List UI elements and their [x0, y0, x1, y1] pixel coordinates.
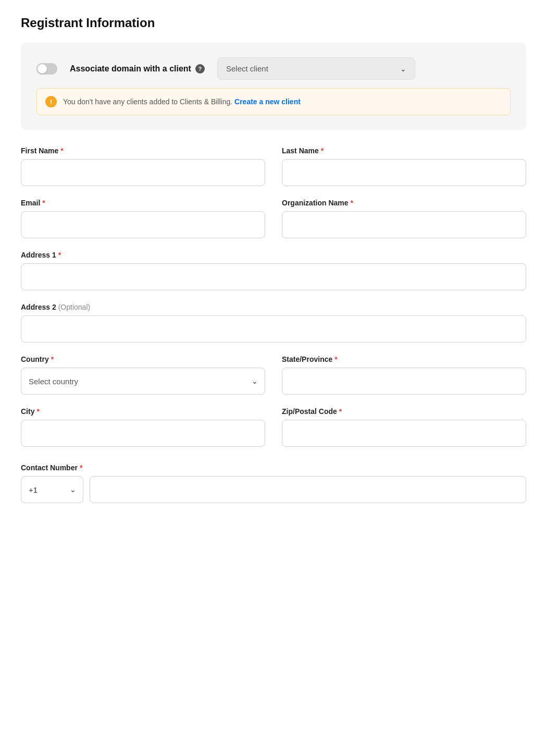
city-required: *	[36, 407, 39, 416]
help-icon[interactable]: ?	[195, 64, 205, 74]
select-client-placeholder: Select client	[226, 64, 268, 73]
phone-prefix-select[interactable]: +1 +44 +61 +91	[21, 476, 83, 503]
country-select[interactable]: Select country United States Canada Unit…	[21, 368, 265, 395]
select-client-dropdown[interactable]: Select client ⌄	[217, 57, 415, 80]
address2-optional: (Optional)	[58, 303, 90, 311]
email-label: Email *	[21, 199, 265, 207]
email-required: *	[42, 199, 45, 207]
state-required: *	[334, 355, 337, 363]
first-name-group: First Name *	[21, 147, 265, 186]
zip-label: Zip/Postal Code *	[282, 407, 526, 416]
contact-required: *	[80, 464, 82, 472]
chevron-down-icon: ⌄	[400, 65, 406, 73]
contact-number-row: +1 +44 +61 +91 ⌄	[21, 476, 526, 503]
address2-group: Address 2 (Optional)	[21, 303, 526, 343]
country-select-wrapper: Select country United States Canada Unit…	[21, 368, 265, 395]
warning-text: You don't have any clients added to Clie…	[63, 97, 301, 106]
contact-number-label: Contact Number *	[21, 464, 526, 472]
zip-required: *	[339, 407, 342, 416]
org-name-label: Organization Name *	[282, 199, 526, 207]
address2-label: Address 2 (Optional)	[21, 303, 526, 311]
phone-number-input[interactable]	[90, 476, 526, 503]
phone-prefix-wrapper: +1 +44 +61 +91 ⌄	[21, 476, 83, 503]
first-name-required: *	[60, 147, 63, 155]
city-group: City *	[21, 407, 265, 447]
last-name-required: *	[321, 147, 324, 155]
last-name-group: Last Name *	[282, 147, 526, 186]
address1-input[interactable]	[21, 263, 526, 290]
associate-label: Associate domain with a client ?	[70, 64, 205, 74]
contact-number-group: Contact Number * +1 +44 +61 +91 ⌄	[21, 464, 526, 503]
associate-domain-section: Associate domain with a client ? Select …	[21, 43, 526, 130]
email-input[interactable]	[21, 211, 265, 238]
org-name-group: Organization Name *	[282, 199, 526, 238]
address1-label: Address 1 *	[21, 251, 526, 259]
email-group: Email *	[21, 199, 265, 238]
state-group: State/Province *	[282, 355, 526, 395]
state-label: State/Province *	[282, 355, 526, 363]
country-required: *	[51, 355, 54, 363]
zip-input[interactable]	[282, 420, 526, 447]
last-name-input[interactable]	[282, 159, 526, 186]
country-label: Country *	[21, 355, 265, 363]
first-name-input[interactable]	[21, 159, 265, 186]
page-title: Registrant Information	[21, 16, 526, 30]
city-label: City *	[21, 407, 265, 416]
registration-form: First Name * Last Name * Email * Organiz…	[21, 147, 526, 503]
state-input[interactable]	[282, 368, 526, 395]
address1-required: *	[58, 251, 61, 259]
first-name-label: First Name *	[21, 147, 265, 155]
address2-input[interactable]	[21, 315, 526, 343]
associate-row: Associate domain with a client ? Select …	[36, 57, 511, 80]
org-name-input[interactable]	[282, 211, 526, 238]
city-input[interactable]	[21, 420, 265, 447]
zip-group: Zip/Postal Code *	[282, 407, 526, 447]
associate-toggle[interactable]	[36, 63, 57, 75]
warning-icon: !	[45, 96, 57, 107]
country-group: Country * Select country United States C…	[21, 355, 265, 395]
last-name-label: Last Name *	[282, 147, 526, 155]
warning-banner: ! You don't have any clients added to Cl…	[36, 88, 511, 115]
create-new-client-link[interactable]: Create a new client	[234, 97, 301, 106]
address1-group: Address 1 *	[21, 251, 526, 290]
org-name-required: *	[351, 199, 353, 207]
